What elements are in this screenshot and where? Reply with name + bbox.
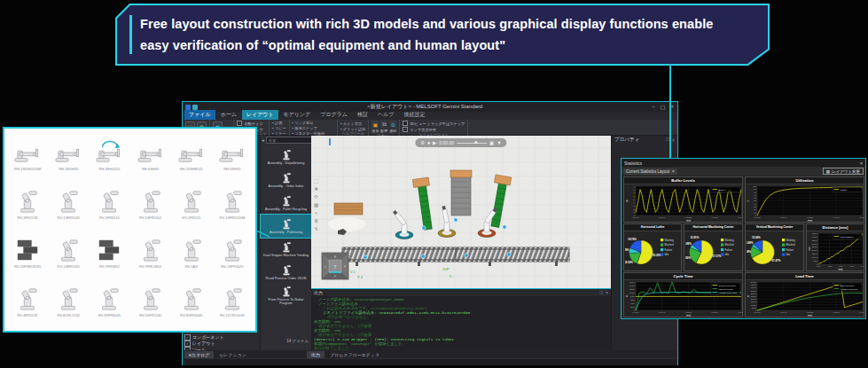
- filter-icon[interactable]: ▼: [497, 140, 501, 145]
- svg-text:Robot1: Robot1: [841, 189, 848, 191]
- ribbon-tab[interactable]: 接続設定: [399, 110, 429, 120]
- close-icon[interactable]: ×: [672, 137, 675, 143]
- banner-accent-bar: [129, 15, 132, 54]
- playback-bar[interactable]: ⚙ ⏺ ▶ 0:00:00 ▣ ▼: [415, 138, 506, 147]
- ribbon-command[interactable]: ▪ グリッド設定: [340, 127, 365, 131]
- filter-checkbox[interactable]: ✓コンポーネント: [184, 334, 259, 340]
- play-icon[interactable]: ▶: [433, 140, 436, 145]
- ribbon-command[interactable]: ▪ 接地スナップ: [293, 126, 325, 130]
- bottom-tab[interactable]: eカタログ: [184, 351, 214, 358]
- bottom-tab[interactable]: セレクション: [215, 351, 251, 358]
- robot-model-item[interactable]: RV-5AS: [171, 229, 212, 278]
- close-button[interactable]: ×: [670, 104, 674, 110]
- viewport-tool-icon[interactable]: ≣: [313, 218, 319, 224]
- viewport-tool-icon[interactable]: ⌖: [313, 210, 319, 216]
- svg-text:数: 数: [625, 200, 629, 202]
- ecatalog-item[interactable]: Assembly - Order Index: [261, 168, 311, 192]
- ribbon-group: ▪ 計測▪ コピー▪ ミラーツール: [270, 120, 289, 136]
- camera-icon[interactable]: ▣: [489, 140, 494, 145]
- svg-text:25000: 25000: [812, 246, 818, 247]
- robot-model-item[interactable]: RV-13FR5520M: [212, 180, 253, 229]
- viewport-3d[interactable]: T L R F B 5 5P 42UP5 ⚙ ⏺ ▶ 0:00:00 ▣ ▼ ⬚…: [311, 136, 611, 288]
- statistics-layout-tab[interactable]: Current Statistics Layout ×: [623, 168, 677, 175]
- robot-model-item[interactable]: RV-8CRL5532: [48, 278, 89, 326]
- robot-model-item[interactable]: RV-4FR5535: [7, 278, 48, 326]
- robot-place-icon[interactable]: ⧉配置: [380, 121, 387, 133]
- robot-model-item[interactable]: RV-7FR3852: [89, 229, 129, 278]
- robot-model-item[interactable]: RV-13FR5545: [48, 180, 89, 229]
- minimize-button[interactable]: –: [652, 104, 654, 110]
- filter-checkbox[interactable]: ✓レイアウト: [184, 341, 259, 346]
- ribbon-tab[interactable]: レイアウト: [242, 110, 278, 120]
- close-icon[interactable]: ×: [672, 169, 675, 174]
- maximize-button[interactable]: ▢: [661, 104, 666, 110]
- playback-slider[interactable]: [457, 143, 487, 144]
- robot-model-item[interactable]: RV-13FR5552: [130, 180, 171, 229]
- robot-add-icon[interactable]: ▣追加: [371, 121, 379, 133]
- viewport-tool-icon[interactable]: ✥: [313, 186, 319, 192]
- add-icon[interactable]: +: [262, 137, 265, 144]
- robot-model-item[interactable]: RH-3SDH35: [48, 131, 89, 180]
- ribbon-checkbox[interactable]: ✓自動サイズ: [237, 121, 262, 126]
- svg-text:秒: 秒: [625, 294, 629, 297]
- robot-model-item[interactable]: RV-80FR6045: [171, 278, 212, 326]
- robot-model-item[interactable]: RV-20FR8535S5: [7, 229, 48, 278]
- robot-model-item[interactable]: RV-2FR515: [171, 180, 212, 229]
- bottom-tab[interactable]: 出力: [307, 351, 325, 358]
- chart-horizontal-machining-center: Horizontal Machining Center57.37%23.93%4…: [684, 223, 743, 271]
- bottom-tab[interactable]: プロセスフローエディタ: [325, 351, 384, 358]
- viewport-tool-icon[interactable]: ⟳: [313, 194, 319, 200]
- robot-model-label: RV-80FR6045: [180, 313, 202, 317]
- svg-text:20000: 20000: [812, 249, 818, 251]
- viewport-tool-icon[interactable]: ▦: [313, 202, 319, 208]
- svg-text:2UP: 2UP: [442, 267, 450, 271]
- robot-model-label: RV-4FR5535: [18, 313, 38, 317]
- close-icon[interactable]: ×: [860, 161, 863, 166]
- robot-model-item[interactable]: RH-1SDH5520M: [7, 131, 48, 180]
- robot-model-item[interactable]: RH-6SH55: [212, 131, 253, 180]
- robot-model-item[interactable]: RV-2FR2133: [7, 180, 48, 229]
- viewport-tool-icon[interactable]: ↯: [313, 226, 319, 232]
- robot-model-item[interactable]: RH-20SH8545: [171, 131, 212, 180]
- ribbon-tab[interactable]: ファイル: [184, 110, 215, 120]
- ribbon-tab[interactable]: プログラム: [316, 110, 352, 120]
- statistics-titlebar[interactable]: Statistics ×: [622, 159, 865, 167]
- robot-model-item[interactable]: RH-6SH45: [130, 131, 171, 180]
- robot-connect-icon[interactable]: ⚙接続: [389, 121, 396, 133]
- ribbon-command[interactable]: ▪ ガイド表示: [340, 121, 365, 126]
- ribbon-checkbox[interactable]: 3Dビュー ドラッグ中はスナップ: [403, 121, 465, 126]
- view-cube[interactable]: T L R F B: [322, 253, 348, 279]
- pallet-stack-center[interactable]: [450, 170, 472, 215]
- ecatalog-item[interactable]: Assembly - Depalletizing: [261, 145, 311, 168]
- record-icon[interactable]: ⏺: [427, 140, 430, 146]
- close-icon[interactable]: ×: [606, 290, 608, 295]
- robot-model-item[interactable]: RV-13FR5565: [48, 229, 89, 278]
- robot-model-item[interactable]: RV-13FR4520: [212, 229, 253, 278]
- ribbon-command[interactable]: ▪ コピー: [272, 126, 285, 130]
- ribbon-tab[interactable]: ヘルプ: [373, 110, 398, 120]
- robot-model-label: RV-2FR515: [182, 215, 200, 220]
- ribbon-command[interactable]: ▪ リンク追従: [293, 121, 325, 125]
- ecatalog-item[interactable]: Read Process Order JSON: [261, 261, 311, 284]
- robot-model-item[interactable]: RH-3SH4520: [89, 131, 129, 180]
- robot-model-item[interactable]: RV-7FRL3852: [130, 229, 171, 278]
- viewport-tool-icon[interactable]: ⬚: [313, 178, 319, 184]
- pallet-left[interactable]: [334, 203, 363, 215]
- robot-model-label: RH-20SH8545: [180, 167, 203, 171]
- robot-model-item[interactable]: RV-50FR7040: [130, 278, 171, 326]
- svg-text:Idle: Idle: [786, 253, 791, 256]
- ribbon-tab[interactable]: ホーム: [216, 110, 241, 120]
- robot-model-item[interactable]: RV-35FR6045: [89, 278, 129, 326]
- gear-icon[interactable]: ⚙: [420, 140, 425, 145]
- robot-model-item[interactable]: RV-12CRL6035: [212, 278, 253, 326]
- svg-text:Failure: Failure: [786, 248, 794, 252]
- layout-change-button[interactable]: ▦ レイアウト変更: [823, 168, 864, 175]
- pin-icon[interactable]: ⏍: [599, 290, 603, 296]
- ecatalog-item[interactable]: Assembly - Pallet Recycling: [261, 192, 311, 215]
- ribbon-tab[interactable]: モデリング: [279, 110, 316, 120]
- ribbon-tab[interactable]: 検証: [353, 110, 372, 120]
- robot-model-item[interactable]: RV-2FR4515: [89, 180, 129, 229]
- ecatalog-item[interactable]: From Process To Robot Program: [261, 284, 311, 307]
- svg-text:0:00: 0:00: [817, 265, 821, 267]
- ribbon-command[interactable]: ▪ 計測: [272, 121, 285, 125]
